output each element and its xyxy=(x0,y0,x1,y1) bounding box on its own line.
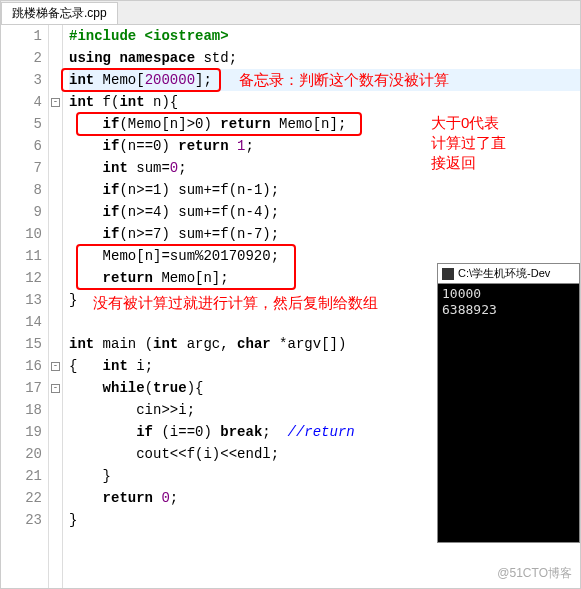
code-line[interactable]: if(n>=7) sum+=f(n-7); xyxy=(69,223,580,245)
console-title-bar[interactable]: C:\学生机环境-Dev xyxy=(438,264,579,284)
line-number: 22 xyxy=(1,487,42,509)
console-line: 10000 xyxy=(442,286,575,302)
console-window[interactable]: C:\学生机环境-Dev 10000 6388923 xyxy=(437,263,580,543)
line-number: 8 xyxy=(1,179,42,201)
line-number: 18 xyxy=(1,399,42,421)
line-number: 10 xyxy=(1,223,42,245)
console-title-text: C:\学生机环境-Dev xyxy=(458,266,550,281)
line-number: 17 xyxy=(1,377,42,399)
console-output: 10000 6388923 xyxy=(438,284,579,320)
file-tab[interactable]: 跳楼梯备忘录.cpp xyxy=(1,2,118,24)
editor-area: 跳楼梯备忘录.cpp 1 2 3 4 5 6 7 8 9 10 11 12 13… xyxy=(0,0,581,589)
line-number: 1 xyxy=(1,25,42,47)
code-line[interactable]: using namespace std; xyxy=(69,47,580,69)
line-number-gutter: 1 2 3 4 5 6 7 8 9 10 11 12 13 14 15 16 1… xyxy=(1,25,49,588)
console-line: 6388923 xyxy=(442,302,575,318)
code-line[interactable]: int f(int n){ xyxy=(69,91,580,113)
line-number: 9 xyxy=(1,201,42,223)
line-number: 2 xyxy=(1,47,42,69)
line-number: 7 xyxy=(1,157,42,179)
fold-toggle[interactable]: - xyxy=(51,362,60,371)
code-line[interactable]: int sum=0; xyxy=(69,157,580,179)
fold-toggle[interactable]: - xyxy=(51,98,60,107)
code-line[interactable]: if(n==0) return 1; xyxy=(69,135,580,157)
line-number: 11 xyxy=(1,245,42,267)
line-number: 23 xyxy=(1,509,42,531)
code-line[interactable]: if(n>=1) sum+=f(n-1); xyxy=(69,179,580,201)
line-number: 14 xyxy=(1,311,42,333)
line-number: 19 xyxy=(1,421,42,443)
line-number: 20 xyxy=(1,443,42,465)
line-number: 4 xyxy=(1,91,42,113)
code-line[interactable]: if(Memo[n]>0) return Memo[n]; xyxy=(69,113,580,135)
tab-bar: 跳楼梯备忘录.cpp xyxy=(1,1,580,25)
code-line[interactable]: int Memo[200000]; xyxy=(69,69,580,91)
line-number: 3 xyxy=(1,69,42,91)
line-number: 16 xyxy=(1,355,42,377)
code-line[interactable]: #include <iostream> xyxy=(69,25,580,47)
line-number: 5 xyxy=(1,113,42,135)
watermark: @51CTO博客 xyxy=(497,565,572,582)
line-number: 13 xyxy=(1,289,42,311)
line-number: 6 xyxy=(1,135,42,157)
fold-gutter: - - - xyxy=(49,25,63,588)
line-number: 21 xyxy=(1,465,42,487)
fold-toggle[interactable]: - xyxy=(51,384,60,393)
code-line[interactable]: if(n>=4) sum+=f(n-4); xyxy=(69,201,580,223)
console-icon xyxy=(442,268,454,280)
line-number: 15 xyxy=(1,333,42,355)
line-number: 12 xyxy=(1,267,42,289)
